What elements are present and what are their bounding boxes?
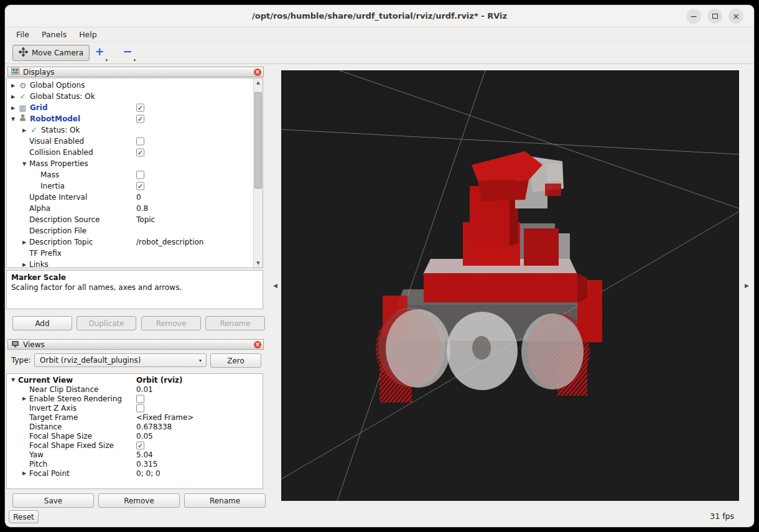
menu-panels[interactable]: Panels xyxy=(35,29,73,40)
checkbox-checked[interactable]: ✓ xyxy=(136,441,144,449)
plus-icon: + xyxy=(91,45,108,58)
expand-arrow-icon[interactable]: ▶ xyxy=(19,240,29,245)
move-camera-icon xyxy=(19,47,28,58)
titlebar[interactable]: /opt/ros/humble/share/urdf_tutorial/rviz… xyxy=(5,5,754,27)
close-views-panel-button[interactable]: × xyxy=(254,341,261,348)
property-value[interactable]: 0.01 xyxy=(136,385,153,394)
expand-arrow-icon[interactable]: ▶ xyxy=(19,396,29,401)
tree-row-global-status-ok[interactable]: ▶✓Global Status: Ok xyxy=(7,91,253,102)
collapse-left-icon[interactable]: ◀ xyxy=(273,282,277,289)
scrollbar-thumb[interactable] xyxy=(254,92,262,189)
duplicate-button: Duplicate xyxy=(77,316,136,330)
fps-counter: 31 fps xyxy=(710,511,734,521)
add-button[interactable]: Add xyxy=(12,316,72,330)
menu-help[interactable]: Help xyxy=(73,29,103,40)
property-value[interactable]: 0.315 xyxy=(136,460,157,469)
property-description-title: Marker Scale xyxy=(11,273,258,282)
checkbox-unchecked[interactable] xyxy=(136,171,144,179)
remove-tool-button[interactable]: − ▾ xyxy=(119,45,136,62)
property-label: Description Source xyxy=(29,215,100,224)
tree-row-mass-properties[interactable]: ▼Mass Properties xyxy=(7,158,253,169)
checkbox-checked[interactable]: ✓ xyxy=(136,149,144,157)
views-panel-title: Views xyxy=(23,340,45,349)
property-value[interactable]: /robot_description xyxy=(136,238,203,246)
tree-row-yaw[interactable]: Yaw5.04 xyxy=(7,450,263,459)
tree-row-collision-enabled[interactable]: Collision Enabled✓ xyxy=(7,147,253,158)
expand-arrow-icon[interactable]: ▶ xyxy=(8,94,18,100)
minimize-button[interactable]: − xyxy=(686,9,701,24)
scrollbar[interactable]: ▲ ▼ xyxy=(253,78,263,268)
checkbox-checked[interactable]: ✓ xyxy=(136,182,144,190)
views-panel-header[interactable]: Views × xyxy=(7,339,264,350)
expand-arrow-icon[interactable]: ▶ xyxy=(19,128,29,133)
tree-row-mass[interactable]: Mass xyxy=(7,169,253,180)
tree-row-description-topic[interactable]: ▶Description Topic/robot_description xyxy=(7,236,253,248)
close-window-button[interactable]: × xyxy=(729,9,743,24)
menu-file[interactable]: File xyxy=(10,29,35,40)
property-value[interactable]: <Fixed Frame> xyxy=(136,413,193,422)
displays-panel-header[interactable]: Displays × xyxy=(7,67,264,77)
tree-row-focal-shape-fixed-size[interactable]: Focal Shape Fixed Size✓ xyxy=(7,441,263,450)
property-value[interactable]: Orbit (rviz) xyxy=(136,376,183,385)
dropdown-arrow-icon: ▾ xyxy=(105,58,108,63)
checkbox-unchecked[interactable] xyxy=(136,404,144,412)
property-value[interactable]: 0.05 xyxy=(136,432,153,441)
tree-row-grid[interactable]: ▶▦Grid✓ xyxy=(7,102,253,113)
tree-row-invert-z-axis[interactable]: Invert Z Axis xyxy=(7,403,263,413)
zero-button[interactable]: Zero xyxy=(210,353,261,368)
tree-row-links[interactable]: ▶Links xyxy=(7,259,253,268)
tree-row-description-source[interactable]: Description SourceTopic xyxy=(7,214,253,225)
property-value[interactable]: 0.8 xyxy=(136,204,148,213)
close-displays-panel-button[interactable]: × xyxy=(254,68,261,76)
checkbox-unchecked[interactable] xyxy=(136,394,144,403)
save-button[interactable]: Save xyxy=(12,493,94,508)
rename-button[interactable]: Rename xyxy=(184,493,266,508)
tree-row-alpha[interactable]: Alpha0.8 xyxy=(7,203,253,214)
tree-row-pitch[interactable]: Pitch0.315 xyxy=(7,459,263,469)
property-value[interactable]: 0 xyxy=(136,193,141,202)
tree-row-enable-stereo-rendering[interactable]: ▶Enable Stereo Rendering xyxy=(7,394,263,403)
tree-row-tf-prefix[interactable]: TF Prefix xyxy=(7,248,253,259)
remove-button[interactable]: Remove xyxy=(98,493,180,508)
tree-row-inertia[interactable]: Inertia✓ xyxy=(7,180,253,192)
property-label: Focal Shape Size xyxy=(29,432,92,441)
tree-row-focal-point[interactable]: ▶Focal Point0; 0; 0 xyxy=(7,469,263,478)
reset-button[interactable]: Reset xyxy=(9,510,39,523)
add-tool-button[interactable]: + ▾ xyxy=(91,45,108,62)
expand-arrow-icon[interactable]: ▶ xyxy=(8,105,18,111)
tree-row-target-frame[interactable]: Target Frame<Fixed Frame> xyxy=(7,413,263,422)
collapse-arrow-icon[interactable]: ▼ xyxy=(19,161,29,167)
collapse-arrow-icon[interactable]: ▼ xyxy=(8,116,18,122)
checkbox-checked[interactable]: ✓ xyxy=(136,115,144,123)
view-type-combobox[interactable]: Orbit (rviz_default_plugins) ▾ xyxy=(34,353,207,367)
checkbox-unchecked[interactable] xyxy=(136,138,144,146)
collapse-right-icon[interactable]: ▶ xyxy=(745,282,749,289)
tree-row-description-file[interactable]: Description File xyxy=(7,225,253,236)
tree-row-update-interval[interactable]: Update Interval0 xyxy=(7,192,253,203)
checkbox-checked[interactable]: ✓ xyxy=(136,104,144,112)
expand-arrow-icon[interactable]: ▶ xyxy=(19,470,29,476)
property-label: Near Clip Distance xyxy=(29,385,98,394)
move-camera-tool-button[interactable]: Move Camera xyxy=(12,45,90,61)
collapse-arrow-icon[interactable]: ▼ xyxy=(8,377,18,383)
scroll-down-icon[interactable]: ▼ xyxy=(254,259,263,268)
property-value[interactable]: 0; 0; 0 xyxy=(136,469,161,478)
tree-row-robotmodel[interactable]: ▼RobotModel✓ xyxy=(7,113,253,124)
property-value[interactable]: Topic xyxy=(136,215,155,224)
expand-arrow-icon[interactable]: ▶ xyxy=(8,83,18,88)
3d-viewport[interactable] xyxy=(281,70,739,501)
tree-row-current-view[interactable]: ▼Current ViewOrbit (rviz) xyxy=(7,375,263,385)
maximize-button[interactable] xyxy=(707,9,722,24)
tree-row-near-clip-distance[interactable]: Near Clip Distance0.01 xyxy=(7,385,263,394)
tree-row-distance[interactable]: Distance0.678338 xyxy=(7,422,263,431)
scroll-up-icon[interactable]: ▲ xyxy=(254,78,263,87)
tree-row-status-ok[interactable]: ▶✓Status: Ok xyxy=(7,124,253,136)
tree-row-visual-enabled[interactable]: Visual Enabled xyxy=(7,136,253,147)
tree-row-global-options[interactable]: ▶⚙Global Options xyxy=(7,80,253,91)
property-value[interactable]: 0.678338 xyxy=(136,422,172,431)
displays-icon xyxy=(11,67,19,77)
gear-icon: ⚙ xyxy=(18,82,27,90)
expand-arrow-icon[interactable]: ▶ xyxy=(19,262,29,268)
property-value[interactable]: 5.04 xyxy=(136,450,153,459)
tree-row-focal-shape-size[interactable]: Focal Shape Size0.05 xyxy=(7,431,263,441)
